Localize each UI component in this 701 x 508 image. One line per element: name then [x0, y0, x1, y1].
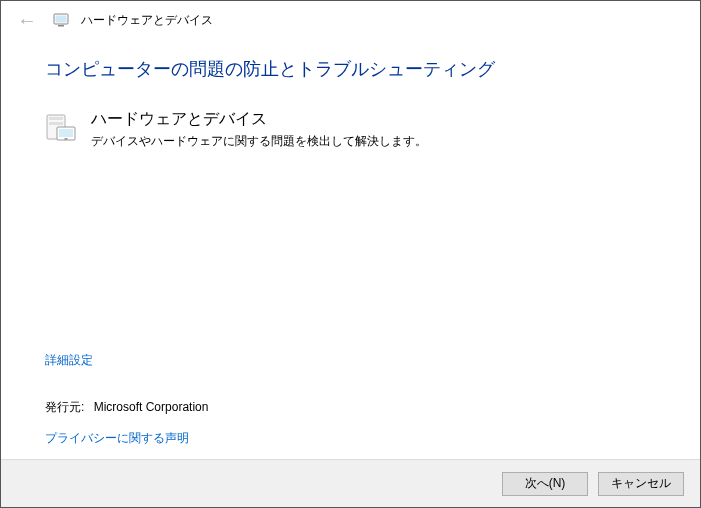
privacy-statement-link[interactable]: プライバシーに関する声明	[45, 430, 189, 447]
svg-rect-8	[65, 138, 68, 140]
svg-rect-5	[49, 122, 63, 125]
publisher-label: 発行元:	[45, 400, 84, 414]
dialog-header: ← ハードウェアとデバイス	[1, 1, 700, 39]
dialog-footer: 次へ(N) キャンセル	[1, 459, 700, 507]
publisher-name: Microsoft Corporation	[94, 400, 209, 414]
svg-rect-2	[58, 25, 64, 27]
troubleshooter-description: デバイスやハードウェアに関する問題を検出して解決します。	[91, 133, 656, 150]
lower-info: 詳細設定 発行元: Microsoft Corporation プライバシーに関…	[45, 350, 208, 447]
advanced-settings-link[interactable]: 詳細設定	[45, 352, 93, 369]
hardware-device-icon	[45, 111, 77, 143]
content-area: コンピューターの問題の防止とトラブルシューティング ハードウェアとデバイス デバ…	[1, 39, 700, 150]
troubleshooter-title: ハードウェアとデバイス	[91, 109, 656, 130]
troubleshooter-item: ハードウェアとデバイス デバイスやハードウェアに関する問題を検出して解決します。	[45, 109, 656, 150]
publisher-row: 発行元: Microsoft Corporation	[45, 399, 208, 416]
dialog-title: ハードウェアとデバイス	[81, 12, 213, 29]
back-arrow-icon: ←	[13, 8, 41, 32]
next-button[interactable]: 次へ(N)	[502, 472, 588, 496]
svg-rect-1	[56, 16, 67, 23]
troubleshooter-text: ハードウェアとデバイス デバイスやハードウェアに関する問題を検出して解決します。	[91, 109, 656, 150]
svg-rect-7	[59, 129, 73, 137]
section-title: コンピューターの問題の防止とトラブルシューティング	[45, 57, 656, 81]
svg-rect-4	[49, 117, 63, 120]
cancel-button[interactable]: キャンセル	[598, 472, 684, 496]
troubleshoot-icon	[53, 12, 69, 28]
